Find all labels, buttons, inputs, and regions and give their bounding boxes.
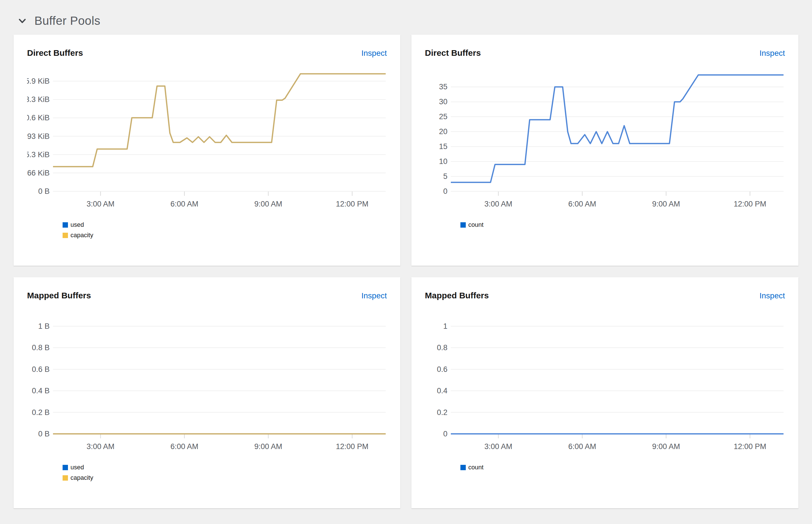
buffer-pools-section-toggle[interactable]: Buffer Pools bbox=[0, 0, 812, 30]
svg-text:9:00 AM: 9:00 AM bbox=[254, 442, 282, 451]
svg-text:20: 20 bbox=[439, 127, 447, 136]
card-header: Mapped Buffers Inspect bbox=[27, 291, 387, 302]
legend-label: capacity bbox=[70, 232, 93, 239]
svg-text:0: 0 bbox=[443, 187, 447, 196]
card-title: Direct Buffers bbox=[27, 48, 83, 58]
svg-text:12:00 PM: 12:00 PM bbox=[336, 442, 368, 451]
card-title: Direct Buffers bbox=[425, 48, 481, 58]
card-direct-buffers-count: Direct Buffers Inspect 051015202530353:0… bbox=[411, 35, 798, 266]
svg-text:12:00 PM: 12:00 PM bbox=[336, 200, 368, 208]
legend-item-count: count bbox=[460, 221, 785, 228]
svg-text:3:00 AM: 3:00 AM bbox=[484, 442, 512, 451]
section-title: Buffer Pools bbox=[34, 14, 100, 28]
capacity-swatch bbox=[63, 233, 68, 238]
card-title: Mapped Buffers bbox=[425, 291, 489, 300]
card-title: Mapped Buffers bbox=[27, 291, 91, 300]
card-header: Direct Buffers Inspect bbox=[425, 48, 785, 60]
svg-text:12:00 PM: 12:00 PM bbox=[734, 200, 766, 208]
svg-text:0 B: 0 B bbox=[38, 187, 50, 196]
svg-text:12:00 PM: 12:00 PM bbox=[734, 442, 766, 451]
direct-buffers-count-chart: 051015202530353:00 AM6:00 AM9:00 AM12:00… bbox=[425, 67, 785, 212]
svg-text:0.8: 0.8 bbox=[437, 343, 447, 352]
svg-text:0.2: 0.2 bbox=[437, 408, 447, 417]
svg-text:0.2 B: 0.2 B bbox=[32, 408, 50, 417]
svg-text:293 KiB: 293 KiB bbox=[27, 132, 50, 141]
svg-text:488.3 KiB: 488.3 KiB bbox=[27, 95, 50, 104]
used-swatch bbox=[63, 222, 68, 228]
svg-text:10: 10 bbox=[439, 157, 447, 166]
legend-item-used: used bbox=[63, 464, 387, 471]
legend-label: used bbox=[70, 221, 84, 228]
svg-text:1 B: 1 B bbox=[38, 322, 50, 330]
svg-text:25: 25 bbox=[439, 112, 447, 121]
used-swatch bbox=[63, 465, 68, 470]
svg-text:390.6 KiB: 390.6 KiB bbox=[27, 114, 50, 122]
capacity-swatch bbox=[63, 475, 68, 480]
legend-label: used bbox=[70, 464, 84, 471]
svg-text:35: 35 bbox=[439, 83, 447, 91]
chevron-down-icon bbox=[17, 16, 27, 26]
svg-text:5: 5 bbox=[443, 172, 447, 181]
svg-text:0 B: 0 B bbox=[38, 430, 50, 438]
legend-label: count bbox=[468, 221, 483, 228]
mapped-buffers-count-chart: 00.20.40.60.813:00 AM6:00 AM9:00 AM12:00… bbox=[425, 310, 785, 454]
svg-text:3:00 AM: 3:00 AM bbox=[86, 442, 114, 451]
count-swatch bbox=[460, 222, 466, 228]
svg-text:6:00 AM: 6:00 AM bbox=[569, 200, 596, 208]
svg-text:6:00 AM: 6:00 AM bbox=[569, 442, 596, 451]
mapped-buffers-bytes-chart: 0 B0.2 B0.4 B0.6 B0.8 B1 B3:00 AM6:00 AM… bbox=[27, 310, 387, 454]
legend-label: capacity bbox=[70, 474, 93, 481]
svg-text:3:00 AM: 3:00 AM bbox=[86, 200, 114, 208]
card-header: Direct Buffers Inspect bbox=[27, 48, 387, 60]
count-swatch bbox=[460, 465, 466, 470]
svg-text:30: 30 bbox=[439, 97, 447, 106]
dashboard-page: Buffer Pools Direct Buffers Inspect 0 B9… bbox=[0, 0, 812, 524]
svg-text:1: 1 bbox=[443, 322, 447, 330]
svg-text:97.66 KiB: 97.66 KiB bbox=[27, 169, 50, 177]
chart-legend: count bbox=[460, 464, 785, 471]
card-header: Mapped Buffers Inspect bbox=[425, 291, 785, 302]
svg-text:0.8 B: 0.8 B bbox=[32, 343, 50, 352]
inspect-link[interactable]: Inspect bbox=[760, 291, 785, 300]
chart-legend: used capacity bbox=[63, 464, 387, 481]
legend-item-count: count bbox=[460, 464, 785, 471]
svg-text:9:00 AM: 9:00 AM bbox=[652, 442, 680, 451]
svg-text:0.4: 0.4 bbox=[437, 387, 447, 395]
svg-text:585.9 KiB: 585.9 KiB bbox=[27, 77, 50, 85]
svg-text:3:00 AM: 3:00 AM bbox=[484, 200, 512, 208]
svg-text:195.3 KiB: 195.3 KiB bbox=[27, 150, 50, 159]
card-mapped-buffers-bytes: Mapped Buffers Inspect 0 B0.2 B0.4 B0.6 … bbox=[14, 277, 400, 508]
svg-text:15: 15 bbox=[439, 142, 447, 151]
legend-item-capacity: capacity bbox=[63, 474, 387, 481]
svg-text:6:00 AM: 6:00 AM bbox=[171, 200, 198, 208]
chart-legend: count bbox=[460, 221, 785, 228]
legend-label: count bbox=[468, 464, 483, 471]
svg-text:9:00 AM: 9:00 AM bbox=[254, 200, 282, 208]
svg-text:9:00 AM: 9:00 AM bbox=[652, 200, 680, 208]
buffer-pools-grid: Direct Buffers Inspect 0 B97.66 KiB195.3… bbox=[14, 35, 798, 508]
legend-item-used: used bbox=[63, 221, 387, 228]
inspect-link[interactable]: Inspect bbox=[760, 49, 785, 58]
inspect-link[interactable]: Inspect bbox=[362, 291, 387, 300]
card-mapped-buffers-count: Mapped Buffers Inspect 00.20.40.60.813:0… bbox=[411, 277, 798, 508]
svg-text:0.6 B: 0.6 B bbox=[32, 365, 50, 374]
chart-legend: used capacity bbox=[63, 221, 387, 239]
svg-text:0: 0 bbox=[443, 430, 447, 438]
svg-text:6:00 AM: 6:00 AM bbox=[171, 442, 198, 451]
inspect-link[interactable]: Inspect bbox=[362, 49, 387, 58]
svg-text:0.6: 0.6 bbox=[437, 365, 447, 374]
legend-item-capacity: capacity bbox=[63, 232, 387, 239]
card-direct-buffers-bytes: Direct Buffers Inspect 0 B97.66 KiB195.3… bbox=[14, 35, 400, 266]
svg-text:0.4 B: 0.4 B bbox=[32, 387, 50, 395]
direct-buffers-bytes-chart: 0 B97.66 KiB195.3 KiB293 KiB390.6 KiB488… bbox=[27, 67, 387, 212]
